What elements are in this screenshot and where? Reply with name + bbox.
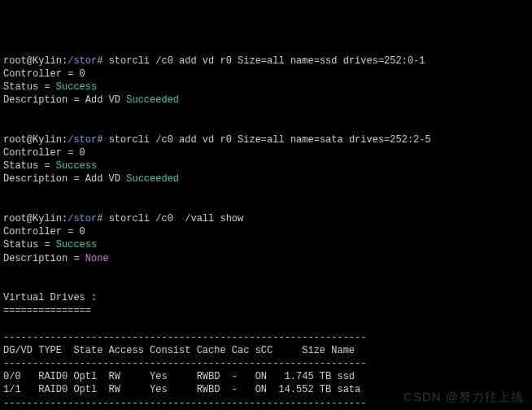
prompt-end: # (97, 55, 108, 67)
controller-line: Controller = 0 (3, 68, 85, 80)
cmd-text: storcli /c0 add vd r0 Size=all name=ssd … (109, 55, 425, 67)
desc-label: Description = (3, 253, 85, 264)
prompt-user: root@Kylin (3, 134, 62, 146)
desc-value: Succeeded (126, 94, 179, 106)
watermark: CSDN @努力往上搞 (403, 389, 524, 405)
table-sep: ----------------------------------------… (3, 358, 366, 369)
terminal[interactable]: root@Kylin:/stor# storcli /c0 add vd r0 … (3, 55, 529, 410)
prompt-path: /stor (68, 134, 97, 146)
status-value: Success (56, 239, 97, 251)
status-value: Success (56, 160, 97, 172)
prompt-user: root@Kylin (3, 55, 62, 67)
prompt-user: root@Kylin (3, 213, 62, 225)
vd-title: Virtual Drives : (3, 292, 97, 303)
prompt-path: /stor (68, 213, 97, 225)
cmd-text: storcli /c0 /vall show (109, 213, 244, 225)
table-header: DG/VD TYPE State Access Consist Cache Ca… (3, 345, 355, 356)
status-label: Status = (3, 81, 56, 93)
controller-line: Controller = 0 (3, 147, 85, 159)
desc-label: Description = Add VD (3, 173, 126, 185)
vd-underline: =============== (3, 305, 91, 316)
table-sep: ----------------------------------------… (3, 332, 366, 343)
cmd-text: storcli /c0 add vd r0 Size=all name=sata… (109, 134, 431, 146)
desc-value: None (85, 253, 109, 264)
status-label: Status = (3, 239, 56, 251)
table-sep: ----------------------------------------… (3, 398, 366, 409)
table-row: 0/0 RAID0 Optl RW Yes RWBD - ON 1.745 TB… (3, 371, 355, 382)
status-label: Status = (3, 160, 56, 172)
prompt-end: # (97, 213, 108, 225)
desc-label: Description = Add VD (3, 94, 126, 106)
prompt-end: # (97, 134, 108, 146)
status-value: Success (56, 81, 97, 93)
prompt-path: /stor (68, 55, 97, 67)
table-row: 1/1 RAID0 Optl RW Yes RWBD - ON 14.552 T… (3, 384, 360, 395)
desc-value: Succeeded (126, 173, 179, 185)
controller-line: Controller = 0 (3, 226, 85, 238)
